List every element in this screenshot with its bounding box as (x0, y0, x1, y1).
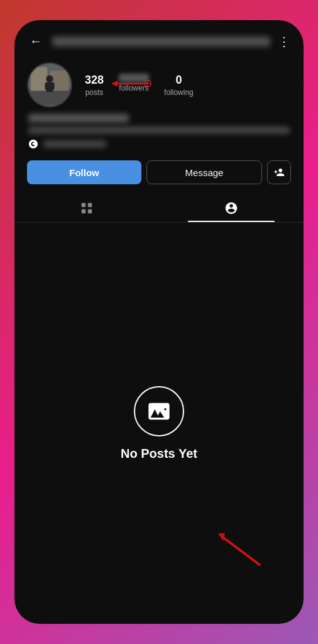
more-button[interactable]: ⋮ (278, 34, 291, 49)
add-friend-icon (273, 167, 285, 178)
empty-state: No Posts Yet (121, 386, 197, 461)
username-blurred (52, 36, 270, 47)
back-button[interactable]: ← (27, 31, 45, 51)
no-posts-icon (134, 386, 184, 436)
stat-following[interactable]: 0 following (164, 74, 194, 97)
display-name-blurred (28, 114, 129, 123)
tab-bar (14, 194, 304, 223)
svg-marker-13 (218, 533, 225, 541)
threads-username-blurred (43, 140, 106, 148)
follow-button[interactable]: Follow (27, 160, 141, 184)
content-area: No Posts Yet (14, 223, 304, 624)
svg-rect-6 (45, 82, 48, 89)
threads-row (28, 139, 290, 149)
message-button[interactable]: Message (146, 160, 262, 184)
followers-count-blurred (119, 74, 149, 82)
bio-line-blurred (28, 126, 290, 134)
threads-icon (28, 139, 38, 149)
avatar (27, 62, 72, 108)
stat-followers[interactable]: followers (119, 74, 149, 97)
profile-section: 328 posts (14, 57, 304, 155)
svg-point-4 (46, 75, 53, 82)
posts-label: posts (85, 88, 104, 97)
red-arrow-bottom-annotation (209, 527, 266, 574)
screen: ← ⋮ (14, 20, 304, 624)
posts-count: 328 (85, 74, 104, 87)
bio-area (27, 114, 291, 149)
svg-line-12 (222, 536, 260, 565)
following-label: following (164, 88, 194, 97)
svg-marker-9 (111, 80, 118, 87)
following-count: 0 (175, 74, 182, 87)
person-tag-icon (224, 201, 238, 215)
phone-frame: ← ⋮ (14, 20, 304, 624)
svg-rect-7 (52, 82, 55, 89)
add-friend-button[interactable] (267, 160, 291, 184)
no-posts-text: No Posts Yet (121, 447, 197, 461)
photo-person-icon (146, 399, 172, 424)
tab-tagged[interactable] (159, 194, 304, 222)
svg-rect-2 (31, 67, 47, 91)
tab-grid[interactable] (14, 194, 159, 222)
stats-row: 328 posts (85, 74, 291, 97)
stat-posts[interactable]: 328 posts (85, 74, 104, 97)
avatar-image (28, 64, 71, 106)
followers-label: followers (119, 84, 148, 92)
action-buttons: Follow Message (14, 155, 304, 189)
avatar-svg (28, 62, 71, 106)
top-bar: ← ⋮ (14, 20, 304, 57)
profile-row: 328 posts (27, 62, 291, 108)
bottom-arrow-svg (209, 527, 266, 571)
grid-icon (80, 201, 94, 215)
